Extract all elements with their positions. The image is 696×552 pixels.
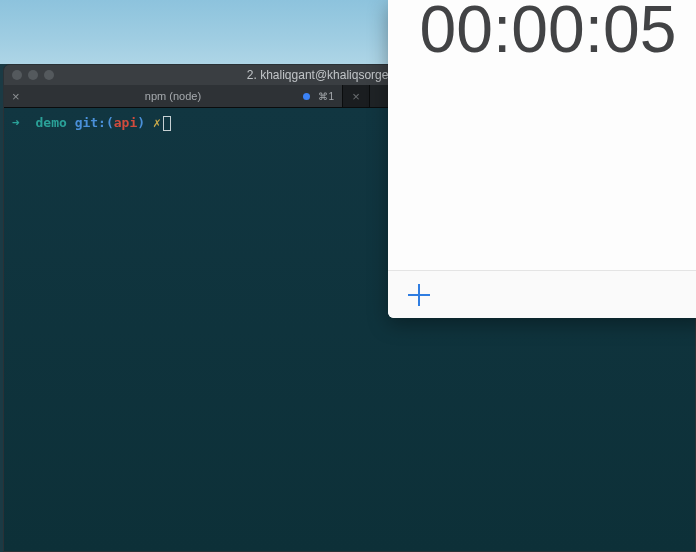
terminal-tab-shortcut: ⌘1 [318, 91, 334, 102]
close-window-button[interactable] [12, 70, 22, 80]
stopwatch-display-area: 00:00:05 [388, 0, 696, 270]
new-tab-button[interactable]: × [342, 85, 370, 107]
add-lap-button[interactable] [408, 284, 430, 306]
stopwatch-toolbar [388, 270, 696, 318]
prompt-arrow-icon: ➜ [12, 114, 20, 132]
stopwatch-window[interactable]: 00:00:05 [388, 0, 696, 318]
prompt-branch-name: api [114, 114, 137, 132]
terminal-tab-label: npm (node) [145, 90, 201, 102]
terminal-tab-active[interactable]: × npm (node) ⌘1 [4, 85, 342, 107]
stopwatch-time-readout: 00:00:05 [420, 0, 677, 62]
tab-activity-indicator-icon [303, 93, 310, 100]
prompt-git-label: git: [75, 114, 106, 132]
prompt-paren-open: ( [106, 114, 114, 132]
close-tab-icon[interactable]: × [12, 90, 20, 103]
prompt-dirty-icon: ✗ [153, 114, 161, 132]
terminal-cursor [163, 116, 171, 131]
prompt-paren-close: ) [137, 114, 145, 132]
window-controls [12, 70, 54, 80]
prompt-directory: demo [35, 114, 66, 132]
zoom-window-button[interactable] [44, 70, 54, 80]
minimize-window-button[interactable] [28, 70, 38, 80]
new-tab-close-icon: × [352, 89, 360, 104]
